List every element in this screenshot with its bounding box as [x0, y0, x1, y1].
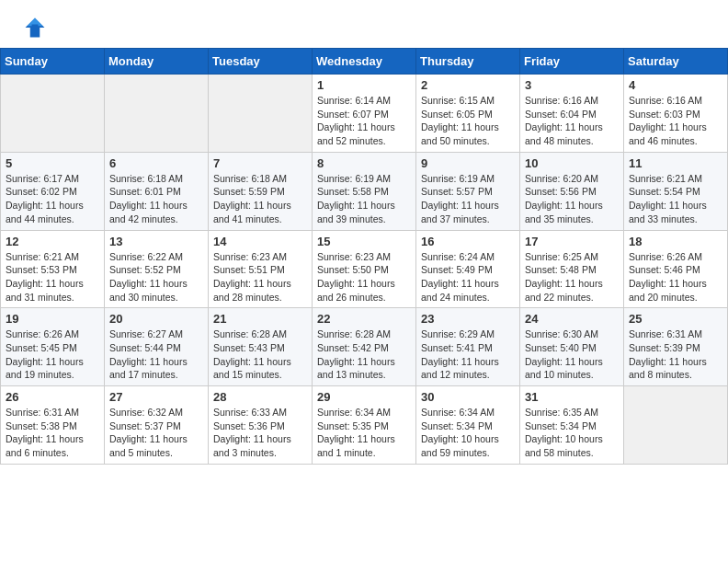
- day-number: 17: [525, 235, 619, 248]
- day-number: 9: [421, 156, 515, 170]
- calendar-cell: 15Sunrise: 6:23 AM Sunset: 5:50 PM Dayli…: [313, 230, 416, 308]
- calendar-cell: 28Sunrise: 6:33 AM Sunset: 5:36 PM Dayli…: [209, 386, 313, 465]
- day-number: 16: [421, 235, 515, 248]
- weekday-header-wednesday: Wednesday: [313, 49, 416, 75]
- calendar-body: 1Sunrise: 6:14 AM Sunset: 6:07 PM Daylig…: [1, 75, 728, 465]
- day-info: Sunrise: 6:19 AM Sunset: 5:57 PM Dayligh…: [421, 172, 515, 226]
- day-info: Sunrise: 6:26 AM Sunset: 5:45 PM Dayligh…: [6, 327, 99, 382]
- calendar-cell: 21Sunrise: 6:28 AM Sunset: 5:43 PM Dayli…: [209, 308, 313, 386]
- calendar-cell: 13Sunrise: 6:22 AM Sunset: 5:52 PM Dayli…: [105, 230, 209, 308]
- calendar-cell: 11Sunrise: 6:21 AM Sunset: 5:54 PM Dayli…: [624, 152, 728, 230]
- day-number: 8: [317, 156, 411, 170]
- day-number: 25: [629, 312, 722, 326]
- calendar-cell: 4Sunrise: 6:16 AM Sunset: 6:03 PM Daylig…: [624, 75, 728, 153]
- day-number: 2: [421, 78, 515, 92]
- calendar-cell: [105, 75, 209, 153]
- calendar-cell: 22Sunrise: 6:28 AM Sunset: 5:42 PM Dayli…: [313, 308, 416, 386]
- day-number: 12: [6, 235, 99, 248]
- calendar-cell: 16Sunrise: 6:24 AM Sunset: 5:49 PM Dayli…: [416, 230, 520, 308]
- day-info: Sunrise: 6:32 AM Sunset: 5:37 PM Dayligh…: [109, 406, 203, 460]
- day-number: 29: [317, 390, 411, 404]
- calendar-cell: 3Sunrise: 6:16 AM Sunset: 6:04 PM Daylig…: [520, 75, 624, 153]
- day-info: Sunrise: 6:24 AM Sunset: 5:49 PM Dayligh…: [421, 250, 515, 304]
- calendar-week-row: 12Sunrise: 6:21 AM Sunset: 5:53 PM Dayli…: [1, 230, 728, 308]
- day-info: Sunrise: 6:17 AM Sunset: 6:02 PM Dayligh…: [6, 172, 99, 226]
- day-info: Sunrise: 6:28 AM Sunset: 5:42 PM Dayligh…: [317, 327, 411, 382]
- day-number: 31: [525, 390, 619, 404]
- day-number: 23: [421, 312, 515, 326]
- weekday-header-tuesday: Tuesday: [209, 49, 313, 75]
- day-number: 3: [525, 78, 619, 92]
- day-number: 18: [629, 235, 722, 248]
- day-info: Sunrise: 6:26 AM Sunset: 5:46 PM Dayligh…: [629, 250, 722, 304]
- calendar-cell: 25Sunrise: 6:31 AM Sunset: 5:39 PM Dayli…: [624, 308, 728, 386]
- day-number: 14: [213, 235, 307, 248]
- day-number: 4: [629, 78, 722, 92]
- day-number: 20: [109, 312, 203, 326]
- calendar-cell: 9Sunrise: 6:19 AM Sunset: 5:57 PM Daylig…: [416, 152, 520, 230]
- weekday-header-sunday: Sunday: [1, 49, 105, 75]
- calendar-cell: 18Sunrise: 6:26 AM Sunset: 5:46 PM Dayli…: [624, 230, 728, 308]
- day-number: 22: [317, 312, 411, 326]
- calendar-table: SundayMondayTuesdayWednesdayThursdayFrid…: [0, 48, 728, 465]
- day-number: 15: [317, 235, 411, 248]
- calendar-cell: 27Sunrise: 6:32 AM Sunset: 5:37 PM Dayli…: [105, 386, 209, 465]
- day-info: Sunrise: 6:16 AM Sunset: 6:04 PM Dayligh…: [525, 94, 619, 148]
- weekday-header-friday: Friday: [520, 49, 624, 75]
- day-info: Sunrise: 6:28 AM Sunset: 5:43 PM Dayligh…: [213, 327, 307, 382]
- day-info: Sunrise: 6:27 AM Sunset: 5:44 PM Dayligh…: [109, 327, 203, 382]
- calendar-week-row: 5Sunrise: 6:17 AM Sunset: 6:02 PM Daylig…: [1, 152, 728, 230]
- calendar-cell: 12Sunrise: 6:21 AM Sunset: 5:53 PM Dayli…: [1, 230, 105, 308]
- calendar-cell: [209, 75, 313, 153]
- day-info: Sunrise: 6:21 AM Sunset: 5:54 PM Dayligh…: [629, 172, 722, 226]
- calendar-cell: 10Sunrise: 6:20 AM Sunset: 5:56 PM Dayli…: [520, 152, 624, 230]
- day-info: Sunrise: 6:30 AM Sunset: 5:40 PM Dayligh…: [525, 327, 619, 382]
- day-info: Sunrise: 6:23 AM Sunset: 5:50 PM Dayligh…: [317, 250, 411, 304]
- day-number: 13: [109, 235, 203, 248]
- weekday-header-row: SundayMondayTuesdayWednesdayThursdayFrid…: [1, 49, 728, 75]
- day-info: Sunrise: 6:20 AM Sunset: 5:56 PM Dayligh…: [525, 172, 619, 226]
- day-info: Sunrise: 6:19 AM Sunset: 5:58 PM Dayligh…: [317, 172, 411, 226]
- calendar-cell: 24Sunrise: 6:30 AM Sunset: 5:40 PM Dayli…: [520, 308, 624, 386]
- calendar-cell: 23Sunrise: 6:29 AM Sunset: 5:41 PM Dayli…: [416, 308, 520, 386]
- calendar-cell: [624, 386, 728, 465]
- day-number: 5: [6, 156, 99, 170]
- day-info: Sunrise: 6:18 AM Sunset: 5:59 PM Dayligh…: [213, 172, 307, 226]
- calendar-cell: 19Sunrise: 6:26 AM Sunset: 5:45 PM Dayli…: [1, 308, 105, 386]
- day-number: 28: [213, 390, 307, 404]
- day-number: 7: [213, 156, 307, 170]
- calendar-cell: 17Sunrise: 6:25 AM Sunset: 5:48 PM Dayli…: [520, 230, 624, 308]
- day-info: Sunrise: 6:31 AM Sunset: 5:38 PM Dayligh…: [6, 406, 99, 460]
- day-info: Sunrise: 6:23 AM Sunset: 5:51 PM Dayligh…: [213, 250, 307, 304]
- day-info: Sunrise: 6:22 AM Sunset: 5:52 PM Dayligh…: [109, 250, 203, 304]
- day-info: Sunrise: 6:15 AM Sunset: 6:05 PM Dayligh…: [421, 94, 515, 148]
- logo-icon: [22, 15, 48, 40]
- day-number: 6: [109, 156, 203, 170]
- calendar-cell: [1, 75, 105, 153]
- day-number: 21: [213, 312, 307, 326]
- day-number: 1: [317, 78, 411, 92]
- day-info: Sunrise: 6:14 AM Sunset: 6:07 PM Dayligh…: [317, 94, 411, 148]
- weekday-header-thursday: Thursday: [416, 49, 520, 75]
- day-info: Sunrise: 6:34 AM Sunset: 5:35 PM Dayligh…: [317, 406, 411, 460]
- day-info: Sunrise: 6:29 AM Sunset: 5:41 PM Dayligh…: [421, 327, 515, 382]
- calendar-week-row: 19Sunrise: 6:26 AM Sunset: 5:45 PM Dayli…: [1, 308, 728, 386]
- page-header: [0, 0, 728, 48]
- calendar-cell: 20Sunrise: 6:27 AM Sunset: 5:44 PM Dayli…: [105, 308, 209, 386]
- day-number: 30: [421, 390, 515, 404]
- calendar-week-row: 26Sunrise: 6:31 AM Sunset: 5:38 PM Dayli…: [1, 386, 728, 465]
- calendar-cell: 14Sunrise: 6:23 AM Sunset: 5:51 PM Dayli…: [209, 230, 313, 308]
- day-number: 19: [6, 312, 99, 326]
- calendar-header: SundayMondayTuesdayWednesdayThursdayFrid…: [1, 49, 728, 75]
- weekday-header-monday: Monday: [105, 49, 209, 75]
- calendar-cell: 2Sunrise: 6:15 AM Sunset: 6:05 PM Daylig…: [416, 75, 520, 153]
- calendar-cell: 6Sunrise: 6:18 AM Sunset: 6:01 PM Daylig…: [105, 152, 209, 230]
- day-info: Sunrise: 6:35 AM Sunset: 5:34 PM Dayligh…: [525, 406, 619, 460]
- calendar-cell: 7Sunrise: 6:18 AM Sunset: 5:59 PM Daylig…: [209, 152, 313, 230]
- day-info: Sunrise: 6:18 AM Sunset: 6:01 PM Dayligh…: [109, 172, 203, 226]
- day-info: Sunrise: 6:33 AM Sunset: 5:36 PM Dayligh…: [213, 406, 307, 460]
- calendar-cell: 1Sunrise: 6:14 AM Sunset: 6:07 PM Daylig…: [313, 75, 416, 153]
- calendar-cell: 30Sunrise: 6:34 AM Sunset: 5:34 PM Dayli…: [416, 386, 520, 465]
- day-info: Sunrise: 6:31 AM Sunset: 5:39 PM Dayligh…: [629, 327, 722, 382]
- calendar-week-row: 1Sunrise: 6:14 AM Sunset: 6:07 PM Daylig…: [1, 75, 728, 153]
